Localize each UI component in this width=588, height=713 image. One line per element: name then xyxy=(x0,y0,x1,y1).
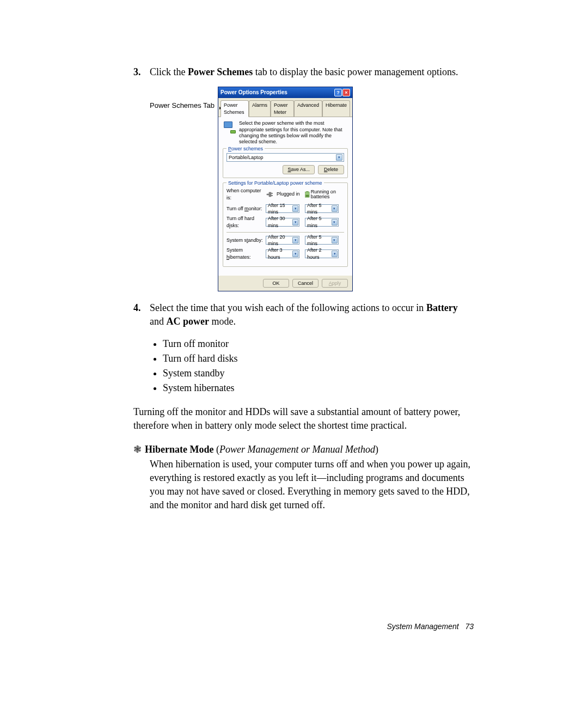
step-3-text: Click the Power Schemes tab to display t… xyxy=(150,65,474,79)
bullet-turn-off-monitor: Turn off monitor xyxy=(163,337,474,351)
titlebar: Power Options Properties ? × xyxy=(218,87,352,98)
footer-page-number: 73 xyxy=(465,622,474,631)
groupbox-power-schemes: Power schemes Portable/Laptop ▾ Save As.… xyxy=(223,148,348,178)
turn-off-monitor-label: Turn off monitor: xyxy=(226,205,266,212)
step-4: 4. Select the time that you wish each of… xyxy=(133,301,474,328)
delete-button[interactable]: Delete xyxy=(318,165,344,174)
hib-title-paren-open: ( xyxy=(213,444,219,455)
svg-rect-2 xyxy=(306,191,308,192)
hibernate-heading: ❃ Hibernate Mode (Power Management or Ma… xyxy=(133,443,474,456)
row-turn-off-monitor: Turn off monitor: After 15 mins▾ After 5… xyxy=(226,204,344,213)
close-button[interactable]: × xyxy=(342,89,350,96)
hdd-plugged-select[interactable]: After 30 mins▾ xyxy=(266,218,299,227)
step-3-number: 3. xyxy=(133,65,150,79)
power-scheme-icon xyxy=(223,120,236,133)
battery-tip-paragraph: Turning off the monitor and HDDs will sa… xyxy=(133,405,474,432)
callout-label-text: Power Schemes Tab xyxy=(150,101,215,109)
hibernate-plugged-select[interactable]: After 3 hours▾ xyxy=(266,249,299,258)
intro-row: Select the power scheme with the most ap… xyxy=(223,120,348,145)
chevron-down-icon[interactable]: ▾ xyxy=(336,154,342,161)
hib-title-bold: Hibernate Mode xyxy=(145,444,213,455)
power-options-dialog: Power Options Properties ? × Power Schem… xyxy=(218,87,353,291)
step-4-bullets: Turn off monitor Turn off hard disks Sys… xyxy=(163,337,474,396)
scheme-select[interactable]: Portable/Laptop ▾ xyxy=(226,153,344,162)
tab-power-meter[interactable]: Power Meter xyxy=(271,100,294,117)
chevron-down-icon[interactable]: ▾ xyxy=(292,219,298,226)
chevron-down-icon[interactable]: ▾ xyxy=(332,219,338,226)
monitor-plugged-select[interactable]: After 15 mins▾ xyxy=(266,204,299,213)
hdd-battery-select[interactable]: After 5 mins▾ xyxy=(305,218,339,227)
chevron-down-icon[interactable]: ▾ xyxy=(332,251,338,257)
monitor-battery-select[interactable]: After 5 mins▾ xyxy=(305,204,339,213)
cancel-button[interactable]: Cancel xyxy=(292,279,318,288)
turn-off-hdd-label: Turn off hard disks: xyxy=(226,215,266,229)
step-3: 3. Click the Power Schemes tab to displa… xyxy=(133,65,474,79)
tab-power-schemes[interactable]: Power Schemes xyxy=(220,100,249,117)
system-hibernates-label: System hibernates: xyxy=(226,247,266,260)
chevron-down-icon[interactable]: ▾ xyxy=(332,237,338,243)
svg-rect-4 xyxy=(305,194,309,197)
s4-pre: Select the time that you wish each of th… xyxy=(150,302,426,313)
gear-icon: ❃ xyxy=(133,443,142,456)
row-system-hibernates: System hibernates: After 3 hours▾ After … xyxy=(226,247,344,260)
system-standby-label: System standby: xyxy=(226,237,266,244)
tab-alarms[interactable]: Alarms xyxy=(249,100,271,117)
tabs: Power Schemes Alarms Power Meter Advance… xyxy=(218,98,352,117)
when-computer-label: When computer is: xyxy=(226,187,266,201)
tab-hibernate[interactable]: Hibernate xyxy=(322,100,350,117)
divider xyxy=(226,232,344,233)
bullet-system-standby: System standby xyxy=(163,366,474,381)
groupbox-settings: Settings for Portable/Laptop power schem… xyxy=(223,182,348,267)
legend1-rest: ower schemes xyxy=(231,146,263,151)
chevron-down-icon[interactable]: ▾ xyxy=(292,251,298,257)
hibernate-battery-select[interactable]: After 2 hours▾ xyxy=(305,249,339,258)
apply-button[interactable]: Apply xyxy=(322,279,348,288)
scheme-selected-value: Portable/Laptop xyxy=(229,154,264,161)
saveas-rest: ave As... xyxy=(291,167,310,172)
page-footer: System Management 73 xyxy=(133,621,474,632)
footer-section: System Management xyxy=(387,622,458,631)
titlebar-buttons: ? × xyxy=(334,89,350,96)
groupbox-settings-legend: Settings for Portable/Laptop power schem… xyxy=(226,180,324,187)
step3-post: tab to display the basic power managemen… xyxy=(253,66,458,77)
ok-button[interactable]: OK xyxy=(263,279,289,288)
standby-plugged-select[interactable]: After 20 mins▾ xyxy=(266,236,299,245)
chevron-down-icon[interactable]: ▾ xyxy=(292,205,298,212)
bullet-system-hibernates: System hibernates xyxy=(163,381,474,395)
dialog-footer: OK Cancel Apply xyxy=(218,276,352,291)
callout-power-schemes-tab: Power Schemes Tab ▸ xyxy=(133,87,218,111)
svg-rect-0 xyxy=(271,193,273,194)
s4-bold1: Battery xyxy=(426,302,458,313)
plugged-in-column: Plugged in xyxy=(266,191,305,198)
tab-advanced[interactable]: Advanced xyxy=(294,100,322,117)
plugged-in-label: Plugged in xyxy=(277,191,300,198)
row-turn-off-hdd: Turn off hard disks: After 30 mins▾ Afte… xyxy=(226,215,344,229)
dialog-body: Select the power scheme with the most ap… xyxy=(218,117,352,275)
battery-label: Running on batteries xyxy=(311,190,344,199)
groupbox-schemes-legend: Power schemes xyxy=(226,145,265,153)
step-4-number: 4. xyxy=(133,301,150,328)
chevron-down-icon[interactable]: ▾ xyxy=(292,237,298,243)
s4-bold2: AC power xyxy=(167,316,210,327)
chevron-down-icon[interactable]: ▾ xyxy=(332,205,338,212)
battery-column: Running on batteries xyxy=(305,190,344,199)
settings-header: When computer is: Plugged in Running on … xyxy=(226,187,344,201)
step-4-text: Select the time that you wish each of th… xyxy=(150,301,474,328)
bullet-turn-off-hdd: Turn off hard disks xyxy=(163,351,474,366)
standby-battery-select[interactable]: After 5 mins▾ xyxy=(305,236,339,245)
scheme-buttons: Save As... Delete xyxy=(226,165,344,174)
dialog-title: Power Options Properties xyxy=(220,89,334,96)
delete-rest: elete xyxy=(327,167,338,172)
dialog-illustration: Power Schemes Tab ▸ Power Options Proper… xyxy=(133,87,474,291)
step3-bold: Power Schemes xyxy=(188,66,253,77)
s4-post: mode. xyxy=(209,316,236,327)
svg-rect-1 xyxy=(271,195,273,196)
row-system-standby: System standby: After 20 mins▾ After 5 m… xyxy=(226,236,344,245)
save-as-button[interactable]: Save As... xyxy=(283,165,315,174)
intro-text: Select the power scheme with the most ap… xyxy=(239,120,348,145)
step3-pre: Click the xyxy=(150,66,188,77)
hib-title-italic: Power Management or Manual Method xyxy=(219,444,375,455)
hibernate-body: When hibernation is used, your computer … xyxy=(150,458,474,513)
battery-icon xyxy=(305,190,310,199)
help-button[interactable]: ? xyxy=(334,89,342,96)
